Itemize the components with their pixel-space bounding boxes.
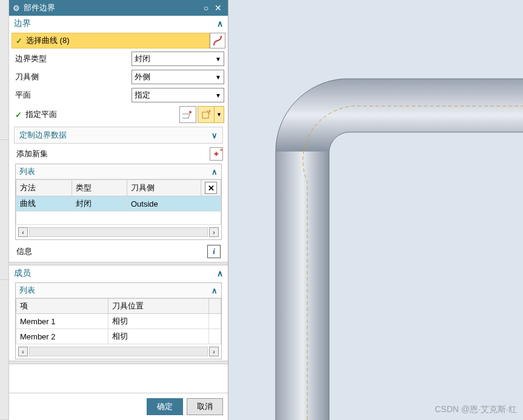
svg-rect-2 (202, 112, 208, 118)
plane-label: 平面 (13, 90, 132, 101)
chevron-up-icon[interactable]: ∧ (212, 167, 218, 176)
window-title: 部件边界 (24, 2, 200, 13)
add-new-label: 添加新集 (14, 148, 210, 159)
list-header[interactable]: 列表 ∧ (16, 164, 221, 179)
table-row[interactable]: 曲线 封闭 Outside (16, 196, 221, 212)
section-members[interactable]: 成员 ∧ (9, 265, 228, 281)
boundary-table: 方法 类型 刀具侧 ✕ 曲线 封闭 Outside (16, 179, 221, 225)
check-icon: ✓ (13, 110, 22, 119)
info-button[interactable]: i (207, 245, 221, 258)
hscrollbar[interactable]: ‹ › (16, 225, 221, 239)
svg-rect-0 (182, 114, 190, 118)
chevron-up-icon[interactable]: ∧ (217, 19, 223, 28)
col-item[interactable]: 项 (16, 299, 108, 314)
dialog-panel: ⚙ 部件边界 ○ ✕ 边界 ∧ ✓ 选择曲线 (8) 边界类型 (9, 0, 228, 420)
table-row[interactable]: Member 1相切 (16, 314, 221, 329)
select-curve-label: 选择曲线 (8) (26, 35, 70, 46)
check-icon: ✓ (16, 36, 22, 45)
custom-boundary-data[interactable]: 定制边界数据 ∨ (14, 127, 223, 144)
members-table: 项 刀具位置 Member 1相切 Member 2相切 (16, 298, 221, 344)
table-row[interactable]: Member 2相切 (16, 329, 221, 344)
spec-plane-label: 指定平面 (25, 109, 178, 120)
svg-point-1 (189, 111, 192, 113)
scroll-right-button[interactable]: › (209, 227, 219, 237)
boundary-type-select[interactable]: 封闭▼ (132, 52, 224, 66)
gear-icon: ⚙ (13, 4, 20, 13)
remove-row-button[interactable]: ✕ (205, 182, 217, 194)
svg-point-3 (209, 110, 211, 112)
watermark: CSDN @恩·艾克斯·红 (435, 404, 517, 415)
ok-button[interactable]: 确定 (147, 398, 183, 415)
cancel-button[interactable]: 取消 (187, 398, 223, 415)
boundary-type-label: 边界类型 (13, 53, 132, 64)
plane-define-button[interactable] (198, 106, 215, 123)
titlebar: ⚙ 部件边界 ○ ✕ (9, 0, 228, 16)
curve-icon-button[interactable] (210, 33, 225, 48)
chevron-up-icon[interactable]: ∧ (217, 268, 223, 278)
col-tool-side[interactable]: 刀具侧 (127, 180, 201, 196)
svg-rect-5 (276, 152, 329, 420)
button-row: 确定 取消 (9, 393, 228, 420)
section-boundary[interactable]: 边界 ∧ (9, 16, 228, 32)
scroll-left-button[interactable]: ‹ (18, 227, 28, 237)
plane-select[interactable]: 指定▼ (132, 88, 224, 102)
divider (9, 361, 228, 364)
pipe-model (228, 0, 523, 420)
tool-side-select[interactable]: 外侧▼ (132, 70, 224, 84)
select-curve-row[interactable]: ✓ 选择曲线 (8) (12, 33, 225, 48)
chevron-up-icon[interactable]: ∧ (212, 286, 218, 295)
col-type[interactable]: 类型 (72, 180, 127, 196)
scroll-left-button[interactable]: ‹ (18, 347, 28, 356)
close-button[interactable]: ✕ (212, 3, 224, 13)
left-gutter (0, 0, 9, 420)
table-row[interactable] (16, 212, 221, 225)
col-method[interactable]: 方法 (16, 180, 72, 196)
hscrollbar[interactable]: ‹ › (16, 344, 221, 359)
col-tool-pos[interactable]: 刀具位置 (108, 299, 209, 314)
info-label: 信息 (16, 246, 207, 257)
scroll-right-button[interactable]: › (209, 347, 219, 356)
plane-picker-button[interactable] (179, 106, 196, 123)
members-list-header[interactable]: 列表 ∧ (16, 283, 221, 298)
tool-side-label: 刀具侧 (13, 72, 132, 82)
chevron-down-icon[interactable]: ∨ (212, 131, 218, 140)
plane-dropdown-button[interactable]: ▼ (215, 106, 224, 123)
viewport-3d[interactable]: CSDN @恩·艾克斯·红 (228, 0, 523, 420)
help-button[interactable]: ○ (200, 3, 212, 13)
add-new-button[interactable]: ✦ (210, 147, 223, 161)
